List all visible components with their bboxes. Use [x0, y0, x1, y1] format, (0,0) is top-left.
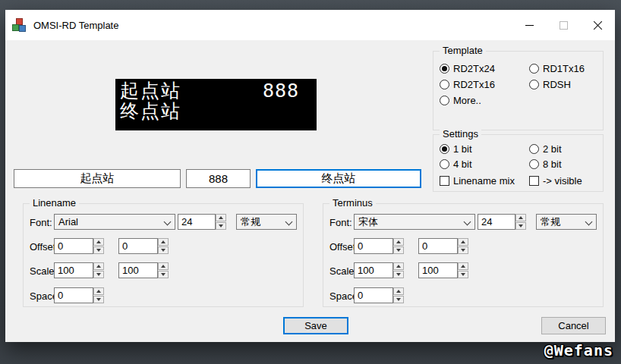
terminus-scale-y-spinner[interactable]: 100 — [418, 262, 468, 278]
linename-offset-y-spinner[interactable]: 0 — [118, 238, 169, 254]
radio-label: RDSH — [543, 79, 571, 90]
linename-font-select[interactable]: Arial — [54, 214, 175, 230]
radio-icon — [529, 80, 539, 89]
terminus-space-spinner[interactable]: 0 — [354, 287, 404, 303]
spin-down-button[interactable] — [158, 246, 169, 254]
checkbox-icon — [440, 176, 449, 186]
terminus-size-spinner[interactable]: 24 — [478, 214, 526, 230]
radio-4bit[interactable]: 4 bit — [440, 158, 472, 170]
selected-font: Arial — [58, 216, 78, 228]
space-value[interactable]: 0 — [354, 287, 393, 303]
spin-up-button[interactable] — [393, 238, 404, 246]
terminus-scale-x-spinner[interactable]: 100 — [354, 262, 404, 278]
spin-up-button[interactable] — [458, 262, 468, 270]
arrow-down-icon — [96, 298, 101, 301]
save-button[interactable]: Save — [283, 317, 348, 334]
radio-rd2tx16[interactable]: RD2Tx16 — [440, 79, 495, 90]
arrow-up-icon — [396, 240, 401, 243]
size-value[interactable]: 24 — [478, 214, 515, 230]
radio-8bit[interactable]: 8 bit — [529, 158, 562, 170]
spin-down-button[interactable] — [515, 222, 526, 230]
terminus-font-select[interactable]: 宋体 — [354, 214, 475, 230]
spin-down-button[interactable] — [393, 246, 404, 254]
checkbox-label: -> visible — [543, 175, 582, 187]
close-button[interactable] — [581, 10, 615, 40]
spin-up-button[interactable] — [158, 238, 169, 246]
scale-y-value[interactable]: 100 — [418, 262, 458, 278]
template-groupbox: Template RD2Tx24 RD1Tx16 RD2Tx16 RDSH Mo… — [433, 51, 604, 130]
spin-up-button[interactable] — [158, 262, 169, 270]
terminus-offset-x-spinner[interactable]: 0 — [354, 238, 404, 254]
font-label: Font: — [329, 217, 352, 228]
offset-y-value[interactable]: 0 — [418, 238, 458, 254]
radio-rdsh[interactable]: RDSH — [529, 79, 571, 90]
arrow-up-icon — [519, 216, 523, 219]
scale-label: Scale: — [30, 265, 57, 277]
spin-up-button[interactable] — [515, 214, 526, 221]
app-window: OMSI-RD Template 起点站 888 终点站 起点站 888 终点站… — [5, 10, 615, 342]
line-number-input[interactable]: 888 — [186, 169, 251, 188]
origin-input[interactable]: 起点站 — [14, 169, 181, 188]
radio-label: RD1Tx16 — [543, 63, 585, 74]
scale-x-value[interactable]: 100 — [54, 262, 93, 278]
radio-1bit[interactable]: 1 bit — [440, 143, 472, 155]
spin-up-button[interactable] — [393, 262, 404, 270]
scale-label: Scale: — [329, 265, 357, 277]
spin-down-button[interactable] — [216, 222, 226, 230]
destination-input[interactable]: 终点站 — [256, 169, 421, 188]
settings-group-label: Settings — [440, 128, 481, 140]
space-value[interactable]: 0 — [54, 287, 93, 303]
size-value[interactable]: 24 — [178, 214, 216, 230]
linename-scale-y-spinner[interactable]: 100 — [118, 262, 169, 278]
terminus-offset-y-spinner[interactable]: 0 — [418, 238, 468, 254]
spin-down-button[interactable] — [158, 271, 169, 278]
radio-more[interactable]: More.. — [440, 95, 481, 106]
checkbox-visible[interactable]: -> visible — [529, 175, 582, 187]
checkbox-linename-mix[interactable]: Linename mix — [440, 175, 515, 187]
minimize-button[interactable] — [512, 10, 547, 40]
linename-space-spinner[interactable]: 0 — [54, 287, 104, 303]
spin-down-button[interactable] — [458, 271, 468, 278]
linename-offset-x-spinner[interactable]: 0 — [54, 238, 104, 254]
offset-x-value[interactable]: 0 — [354, 238, 393, 254]
window-title: OMSI-RD Template — [33, 20, 118, 31]
arrow-down-icon — [96, 273, 101, 276]
terminus-style-select[interactable]: 常规 — [536, 214, 597, 230]
spin-down-button[interactable] — [93, 296, 104, 303]
offset-y-value[interactable]: 0 — [118, 238, 158, 254]
radio-rd1tx16[interactable]: RD1Tx16 — [529, 63, 585, 74]
spin-up-button[interactable] — [93, 238, 104, 246]
radio-2bit[interactable]: 2 bit — [529, 143, 562, 155]
linename-size-spinner[interactable]: 24 — [178, 214, 226, 230]
spin-up-button[interactable] — [93, 262, 104, 270]
radio-icon — [440, 159, 449, 169]
font-label: Font: — [30, 217, 52, 228]
spin-up-button[interactable] — [458, 238, 468, 246]
spin-down-button[interactable] — [393, 296, 404, 303]
watermark: @Wefans — [544, 341, 613, 359]
spin-down-button[interactable] — [458, 246, 468, 254]
spin-down-button[interactable] — [93, 246, 104, 254]
arrow-down-icon — [519, 224, 523, 228]
maximize-button[interactable] — [547, 10, 581, 40]
radio-icon — [529, 64, 539, 74]
scale-y-value[interactable]: 100 — [118, 262, 158, 278]
selected-style: 常规 — [241, 215, 260, 229]
radio-icon — [440, 144, 449, 154]
linename-style-select[interactable]: 常规 — [236, 214, 297, 230]
app-icon-cube-green — [12, 24, 19, 31]
linename-scale-x-spinner[interactable]: 100 — [54, 262, 104, 278]
cancel-button[interactable]: Cancel — [541, 317, 606, 334]
spin-up-button[interactable] — [93, 287, 104, 295]
scale-x-value[interactable]: 100 — [354, 262, 393, 278]
chevron-down-icon — [164, 218, 172, 226]
spin-up-button[interactable] — [216, 214, 226, 221]
spin-down-button[interactable] — [393, 271, 404, 278]
spin-up-button[interactable] — [393, 287, 404, 295]
radio-icon — [440, 96, 449, 105]
radio-rd2tx24[interactable]: RD2Tx24 — [440, 63, 495, 74]
arrow-down-icon — [161, 273, 165, 276]
spin-down-button[interactable] — [93, 271, 104, 278]
linename-group-label: Linename — [30, 197, 79, 209]
offset-x-value[interactable]: 0 — [54, 238, 93, 254]
